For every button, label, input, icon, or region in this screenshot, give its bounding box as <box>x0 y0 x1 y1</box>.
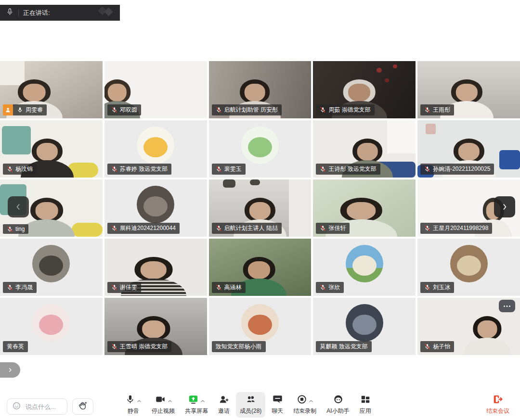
leave-meeting-icon <box>493 394 504 406</box>
muted-mic-icon <box>320 225 326 231</box>
video-tile-2[interactable]: 邓双圆 <box>104 61 207 118</box>
avatar <box>346 245 383 282</box>
chevron-up-icon[interactable] <box>309 397 313 404</box>
raise-hand-button[interactable] <box>72 398 93 415</box>
muted-mic-icon <box>320 284 326 291</box>
participant-name: 苏睿婷 致远党支部 <box>120 165 168 173</box>
camera-icon <box>155 394 166 406</box>
video-tile-3[interactable]: 启航计划助管 历安彤 <box>209 61 312 118</box>
participant-name: 展科迪202421200044 <box>120 224 176 232</box>
participant-name: 孙婉清-202211200025 <box>433 165 490 173</box>
toolbar-button-label: 共享屏幕 <box>185 407 208 415</box>
participant-name: 张佳轩 <box>328 224 346 232</box>
participant-name: 莫麒颖 致远党支部 <box>320 343 367 351</box>
video-tile-8[interactable]: 裴雯玉 <box>209 120 312 178</box>
divider <box>18 9 19 17</box>
bottom-toolbar: 静音停止视频共享屏幕邀请成员(28)聊天结束录制AI小助手应用 结束会议 <box>0 394 520 420</box>
avatar <box>241 304 279 342</box>
mic-on-icon <box>17 107 23 113</box>
video-tile-22[interactable]: 王雪晴 崇德党支部 <box>104 298 207 355</box>
muted-mic-icon <box>111 344 117 350</box>
toolbar-members-button[interactable]: 成员(28) <box>236 392 265 418</box>
muted-mic-icon <box>424 284 430 291</box>
video-tile-20[interactable]: 刘玉冰 <box>417 239 520 296</box>
avatar <box>241 127 279 164</box>
video-tile-21[interactable]: 黄春英 <box>0 298 103 355</box>
toolbar-button-group: 静音停止视频共享屏幕邀请成员(28)聊天结束录制AI小助手应用 <box>121 392 375 418</box>
chevron-up-icon[interactable] <box>137 397 142 404</box>
participant-name: 王星月202411998298 <box>433 224 488 232</box>
toolbar-apps-button[interactable]: 应用 <box>356 392 375 418</box>
video-tile-19[interactable]: 张欣 <box>313 239 416 296</box>
speaking-label: 正在讲话: <box>23 9 50 17</box>
end-meeting-label: 结束会议 <box>486 407 509 415</box>
participant-name: 杨子怡 <box>433 343 450 351</box>
video-tile-25[interactable]: 杨子怡 <box>417 298 520 355</box>
record-icon <box>297 394 307 406</box>
toolbar-button-label: AI小助手 <box>326 407 349 415</box>
toolbar-stop-video-button[interactable]: 停止视频 <box>148 392 179 418</box>
toolbar-button-label: 停止视频 <box>152 407 175 415</box>
video-tile-18[interactable]: 高涵林 <box>209 239 312 296</box>
participant-name: 王雪晴 崇德党支部 <box>120 343 168 351</box>
video-tile-14[interactable]: 张佳轩 <box>313 179 416 237</box>
toolbar-invite-button[interactable]: 邀请 <box>214 392 234 418</box>
video-tile-6[interactable]: 杨汶锦 <box>0 120 103 178</box>
video-tile-23[interactable]: 致知党支部杨小雨 <box>209 298 312 355</box>
video-tile-17[interactable]: 谢佳雯 <box>104 239 207 296</box>
muted-mic-icon <box>111 225 117 231</box>
toolbar-chat-button[interactable]: 聊天 <box>268 392 287 418</box>
video-tile-4[interactable]: 周茹 崇德党支部 <box>313 61 416 118</box>
participant-name: ting <box>15 226 25 232</box>
toolbar-mute-button[interactable]: 静音 <box>121 392 145 418</box>
avatar <box>32 304 70 342</box>
quick-chat-input[interactable] <box>25 403 65 411</box>
next-page-arrow-button[interactable] <box>494 196 515 217</box>
prev-page-arrow-button[interactable] <box>8 196 29 217</box>
apps-icon <box>360 394 371 406</box>
video-tile-7[interactable]: 苏睿婷 致远党支部 <box>104 120 207 178</box>
avatar <box>450 245 488 282</box>
toolbar-stop-record-button[interactable]: 结束录制 <box>289 392 320 418</box>
video-tile-12[interactable]: 展科迪202421200044 <box>104 179 207 237</box>
avatar <box>32 245 70 282</box>
mic-icon <box>125 394 135 406</box>
muted-mic-icon <box>424 344 430 350</box>
participant-name: 裴雯玉 <box>224 165 242 173</box>
video-tile-10[interactable]: 孙婉清-202211200025 <box>417 120 520 178</box>
chat-icon <box>272 394 283 406</box>
video-tile-5[interactable]: 王雨彤 <box>417 61 520 118</box>
avatar <box>346 304 383 342</box>
muted-mic-icon <box>111 166 117 172</box>
smiley-icon[interactable] <box>12 401 21 412</box>
quick-chat-field[interactable] <box>7 398 67 415</box>
toolbar-ai-assistant-button[interactable]: AI小助手 <box>323 392 353 418</box>
muted-mic-icon <box>216 225 222 231</box>
participant-name: 黄春英 <box>7 343 24 351</box>
mic-icon <box>6 8 14 18</box>
participant-name: 周雯睿 <box>26 106 43 114</box>
participant-name: 李冯晟 <box>15 283 33 292</box>
ai-icon <box>333 394 344 406</box>
participant-name: 王雨彤 <box>433 106 450 114</box>
toolbar-button-label: 应用 <box>360 407 371 415</box>
invite-icon <box>219 394 230 406</box>
end-meeting-button[interactable]: 结束会议 <box>482 392 513 418</box>
muted-mic-icon <box>111 107 117 113</box>
chevron-up-icon[interactable] <box>200 397 205 404</box>
video-tile-9[interactable]: 王诗彤 致远党支部 <box>313 120 416 178</box>
video-tile-13[interactable]: 启航计划主讲人 陆喆 <box>209 179 312 237</box>
expand-panel-button[interactable] <box>0 362 20 378</box>
toolbar-button-label: 邀请 <box>218 407 230 415</box>
participant-name: 启航计划助管 历安彤 <box>224 106 278 114</box>
muted-mic-icon <box>320 107 326 113</box>
video-tile-24[interactable]: 莫麒颖 致远党支部 <box>313 298 416 355</box>
tile-more-button[interactable] <box>499 300 515 312</box>
toolbar-share-screen-button[interactable]: 共享屏幕 <box>181 392 212 418</box>
chevron-up-icon[interactable] <box>168 397 172 404</box>
participant-name: 高涵林 <box>224 283 242 292</box>
video-tile-1[interactable]: 周雯睿 <box>0 61 103 118</box>
video-tile-16[interactable]: 李冯晟 <box>0 239 103 296</box>
muted-mic-icon <box>424 107 430 113</box>
toolbar-button-label: 静音 <box>128 407 139 415</box>
